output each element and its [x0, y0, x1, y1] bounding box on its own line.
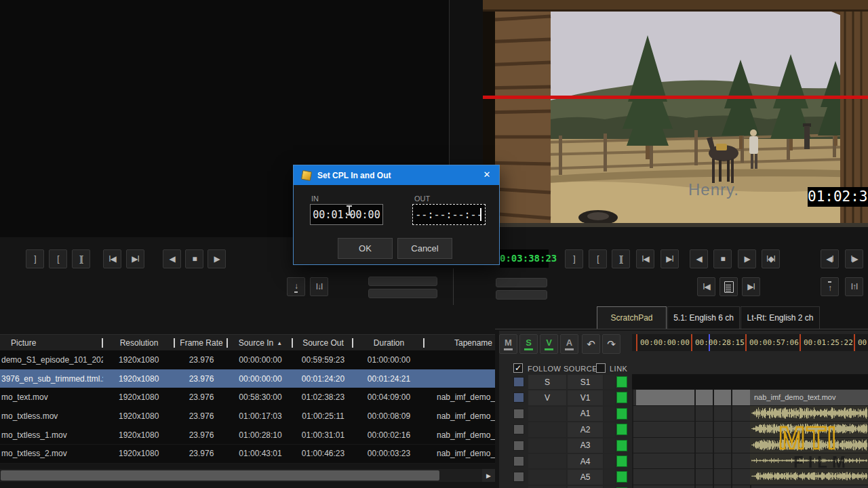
record-enable-toggle[interactable] [616, 392, 627, 403]
column-header-source-in[interactable]: Source In▲ [228, 335, 293, 351]
record-enable-toggle[interactable] [616, 455, 627, 467]
play-reverse-button[interactable]: ◀ [163, 249, 181, 268]
follow-source-checkbox[interactable]: ✓ [513, 363, 523, 373]
status-slot [496, 278, 547, 287]
mark-in-button[interactable]: [ [49, 249, 67, 268]
play-button[interactable]: ▶ [738, 249, 756, 268]
stop-button[interactable]: ■ [713, 249, 732, 268]
tab-5-1-english-6-ch[interactable]: 5.1: English 6 ch [667, 306, 740, 329]
cell-resolution: 1920x1080 [103, 369, 175, 388]
column-header-tapename[interactable]: Tapename [425, 335, 495, 351]
track-name-cell[interactable]: S1 [568, 375, 603, 389]
play-button[interactable]: ▶ [208, 249, 226, 268]
track-name-cell[interactable]: A2 [568, 422, 603, 436]
overwrite-edit-button[interactable]: I↓I [310, 277, 328, 296]
cell-source_out: 01:02:38:23 [293, 388, 353, 407]
cell-source_out: 00:01:24:20 [293, 369, 353, 388]
event-list-button[interactable] [719, 277, 738, 296]
track-type-a-button[interactable]: A [560, 334, 578, 354]
track-type-v-button[interactable]: V [540, 334, 558, 354]
scrollbar-thumb[interactable] [1, 470, 439, 481]
table-row[interactable]: mo_text.mov1920x108023.97600:58:30:0001:… [0, 388, 495, 407]
insert-edit-button[interactable]: ↓ [287, 277, 305, 296]
video-clip-segment[interactable] [636, 390, 750, 405]
ruler-label: 00:00:28:15 [695, 338, 745, 347]
link-checkbox[interactable] [596, 363, 606, 373]
track-select-toggle[interactable] [513, 377, 524, 387]
track-group-cell[interactable] [528, 454, 566, 468]
column-header-resolution[interactable]: Resolution [103, 335, 175, 351]
track-select-toggle[interactable] [513, 456, 524, 466]
track-name-cell[interactable]: A5 [568, 470, 603, 484]
column-header-source-out[interactable]: Source Out [293, 335, 353, 351]
track-select-toggle[interactable] [513, 409, 524, 419]
out-timecode-field[interactable]: --:--:--:-- [412, 204, 486, 225]
step-forward-button[interactable]: I▶ [845, 249, 863, 268]
step-back-button[interactable]: ◀I [821, 249, 839, 268]
goto-next-event-button[interactable]: ▶I [742, 277, 760, 296]
track-type-s-button[interactable]: S [519, 334, 538, 354]
redo-button[interactable]: ↷ [602, 334, 620, 354]
record-enable-toggle[interactable] [616, 376, 627, 388]
record-enable-toggle[interactable] [616, 471, 627, 483]
mark-out-button[interactable]: ] [26, 249, 44, 268]
scrollbar-right-button[interactable]: ▶ [482, 469, 495, 482]
track-type-m-button[interactable]: M [499, 334, 517, 354]
close-icon[interactable]: ✕ [481, 169, 493, 180]
goto-out-button[interactable]: ▶I [660, 249, 679, 268]
table-row[interactable]: mo_txtless.mov1920x108023.97601:00:17:03… [0, 407, 495, 426]
cell-duration: 00:00:03:23 [353, 445, 425, 464]
column-header-picture[interactable]: Picture [0, 335, 103, 351]
table-row[interactable]: demo_S1_episode_101_2021920x108023.97600… [0, 350, 495, 370]
lift-up-button[interactable]: ↑ [821, 277, 839, 296]
track-timeline[interactable] [632, 485, 868, 488]
tab-lt-rt-english-2-ch[interactable]: Lt-Rt: English 2 ch [741, 306, 820, 329]
mark-in-button[interactable]: [ [589, 249, 607, 268]
mark-out-button[interactable]: ] [565, 249, 583, 268]
track-name-cell[interactable]: A3 [568, 439, 603, 453]
table-row[interactable]: mo_txtless_1.mov1920x108023.97601:00:28:… [0, 426, 495, 445]
timeline-ruler[interactable]: 00:00:00:0000:00:28:1500:00:57:0600:01:2… [632, 334, 868, 351]
goto-prev-event-button[interactable]: I◀ [697, 277, 715, 296]
track-group-cell[interactable]: V [528, 390, 566, 405]
video-preview[interactable]: Henry. 01:02:38 [483, 0, 868, 227]
play-reverse-button[interactable]: ◀ [690, 249, 708, 268]
goto-in-button[interactable]: I◀ [103, 249, 121, 268]
track-group-cell[interactable] [528, 470, 566, 484]
track-select-toggle[interactable] [513, 392, 524, 403]
goto-out-button[interactable]: ▶I [126, 249, 144, 268]
mark-in-out-button[interactable]: ][ [612, 249, 630, 268]
record-enable-toggle[interactable] [616, 424, 627, 435]
cell-tapename [425, 350, 495, 369]
video-clip[interactable]: nab_imf_demo_text.mov [750, 390, 868, 405]
track-select-toggle[interactable] [513, 441, 524, 451]
column-header-frame-rate[interactable]: Frame Rate [175, 335, 228, 351]
track-group-cell[interactable] [528, 439, 566, 453]
table-row[interactable]: 3976_en_sub_trimmed.ttml.x1920x108023.97… [0, 369, 495, 389]
undo-button[interactable]: ↶ [582, 334, 600, 354]
ok-button[interactable]: OK [338, 238, 393, 259]
track-timeline[interactable] [632, 374, 868, 390]
track-select-toggle[interactable] [513, 424, 524, 434]
loop-play-button[interactable]: I◆I [762, 249, 780, 268]
extract-up-button[interactable]: I↑I [845, 277, 863, 296]
track-name-cell[interactable]: V1 [568, 390, 603, 405]
track-group-cell[interactable]: S [528, 375, 566, 389]
track-group-cell[interactable] [528, 422, 566, 436]
track-group-cell[interactable] [528, 407, 566, 421]
table-row[interactable]: mo_txtless_2.mov1920x108023.97601:00:43:… [0, 445, 495, 464]
record-enable-toggle[interactable] [616, 408, 627, 420]
stop-button[interactable]: ■ [185, 249, 203, 268]
cell-duration: 00:01:24:21 [353, 369, 425, 388]
track-timeline[interactable]: nab_imf_demo_text.mov [632, 390, 868, 405]
goto-in-button[interactable]: I◀ [636, 249, 654, 268]
track-select-toggle[interactable] [513, 472, 524, 482]
track-name-cell[interactable]: A1 [568, 407, 603, 421]
column-header-duration[interactable]: Duration [353, 335, 425, 351]
track-name-cell[interactable]: A4 [568, 454, 603, 468]
dialog-titlebar[interactable]: Set CPL In and Out ✕ [294, 165, 499, 185]
mark-in-out-button[interactable]: ][ [72, 249, 90, 268]
cancel-button[interactable]: Cancel [397, 238, 452, 259]
record-enable-toggle[interactable] [616, 440, 627, 451]
tab-scratchpad[interactable]: ScratchPad [597, 306, 667, 329]
